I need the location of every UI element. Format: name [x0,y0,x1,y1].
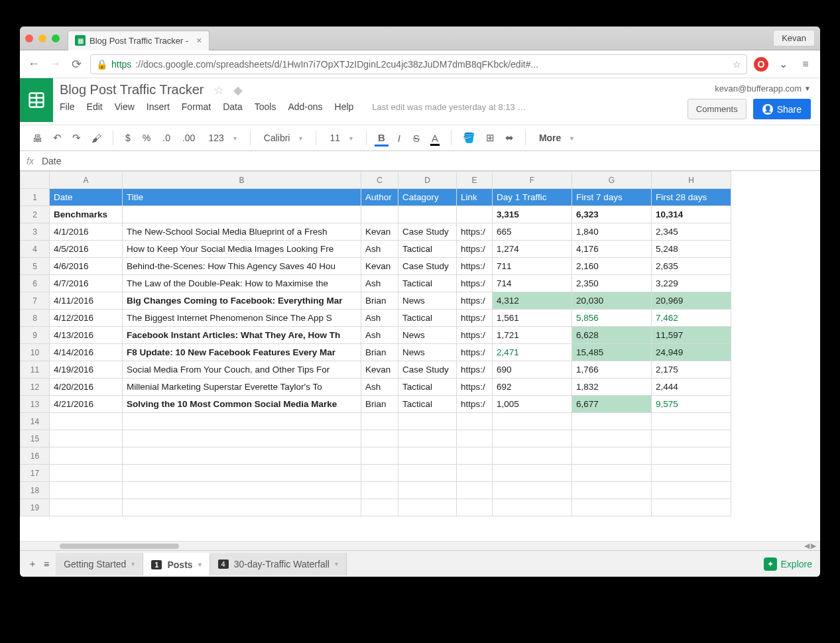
cell[interactable]: Kevan [361,258,398,275]
cell[interactable]: 4/1/2016 [50,223,123,241]
address-bar[interactable]: 🔒 https://docs.google.com/spreadsheets/d… [90,54,747,74]
cell[interactable]: Tactical [398,396,457,413]
cell[interactable] [361,413,398,430]
scroll-left-icon[interactable]: ◀ [804,542,810,550]
row-header[interactable]: 9 [21,327,50,344]
cell[interactable]: 20,030 [572,292,652,310]
cell[interactable]: 6,628 [572,327,652,344]
scroll-right-icon[interactable]: ▶ [811,542,816,550]
cell[interactable]: Kevan [361,223,398,241]
maximize-window-icon[interactable] [52,34,60,42]
reload-button[interactable]: ⟳ [69,57,84,72]
cell[interactable]: 2,160 [572,258,652,275]
header-cell[interactable]: First 28 days [652,189,731,206]
cell[interactable] [361,447,398,465]
cell[interactable]: 6,677 [572,396,652,413]
strikethrough-button[interactable]: S [410,130,423,146]
cell[interactable]: F8 Update: 10 New Facebook Features Ever… [123,344,361,361]
cell[interactable] [398,206,457,223]
menu-data[interactable]: Data [223,101,243,112]
cell[interactable]: 2,175 [652,361,731,379]
cell[interactable] [493,413,572,430]
cell[interactable]: 10,314 [652,206,731,223]
bookmark-star-icon[interactable]: ☆ [733,59,741,70]
cell[interactable] [50,465,123,482]
print-icon[interactable]: 🖶 [29,130,46,146]
cell[interactable]: 11,597 [652,327,731,344]
cell[interactable]: 1,832 [572,379,652,396]
cell[interactable]: The New-School Social Media Blueprint of… [123,223,361,241]
row-header[interactable]: 13 [21,396,50,413]
cell[interactable] [361,465,398,482]
format-percent[interactable]: % [139,130,154,146]
undo-icon[interactable]: ↶ [50,129,65,146]
cell[interactable]: 4/21/2016 [50,396,123,413]
cell[interactable] [493,447,572,465]
cell[interactable] [572,499,652,516]
cell[interactable] [123,430,361,447]
cell[interactable]: 2,345 [652,223,731,241]
cell[interactable]: Benchmarks [50,206,123,223]
cell[interactable] [457,482,493,499]
spreadsheet-grid[interactable]: ABCDEFGH1DateTitleAuthorCatagoryLinkDay … [20,171,820,541]
row-header[interactable]: 14 [21,413,50,430]
cell[interactable] [50,430,123,447]
header-cell[interactable]: Catagory [398,189,457,206]
row-header[interactable]: 19 [21,499,50,516]
cell[interactable] [493,499,572,516]
increase-decimal[interactable]: .00 [178,130,199,146]
menu-format[interactable]: Format [182,101,211,112]
col-header-G[interactable]: G [572,172,652,189]
cell[interactable]: 4/20/2016 [50,379,123,396]
cell[interactable]: Ash [361,275,398,292]
cell[interactable]: https:/ [457,292,493,310]
cell[interactable] [361,482,398,499]
back-button[interactable]: ← [27,57,41,71]
cell[interactable]: 4/12/2016 [50,310,123,327]
browser-tab[interactable]: ▦ Blog Post Traffic Tracker - × [68,30,210,50]
row-header[interactable]: 18 [21,482,50,499]
cell[interactable]: 3,229 [652,275,731,292]
cell[interactable]: Brian [361,344,398,361]
col-header-C[interactable]: C [361,172,398,189]
move-to-drive-icon[interactable]: ◆ [233,83,243,97]
borders-button[interactable]: ⊞ [483,129,498,146]
bold-button[interactable]: B [375,129,389,146]
col-header-B[interactable]: B [123,172,361,189]
cell[interactable]: https:/ [457,344,493,361]
col-header-F[interactable]: F [493,172,572,189]
cell[interactable]: Case Study [398,258,457,275]
cell[interactable] [493,482,572,499]
font-family-dropdown[interactable]: Calibri▾ [259,130,308,146]
cell[interactable]: https:/ [457,258,493,275]
cell[interactable]: The Biggest Internet Phenomenon Since Th… [123,310,361,327]
cell[interactable]: Ash [361,379,398,396]
row-header[interactable]: 4 [21,241,50,258]
cell[interactable]: 9,575 [652,396,731,413]
cell[interactable]: 3,315 [493,206,572,223]
account-email[interactable]: kevan@bufferapp.com▼ [715,84,811,93]
row-header[interactable]: 16 [21,447,50,465]
col-header-A[interactable]: A [50,172,123,189]
cell[interactable]: Ash [361,241,398,258]
col-header-H[interactable]: H [652,172,731,189]
menu-file[interactable]: File [60,101,75,112]
cell[interactable] [50,499,123,516]
sheet-tab[interactable]: Getting Started▾ [56,553,143,575]
merge-cells-button[interactable]: ⬌ [502,129,517,146]
add-sheet-icon[interactable]: ＋ [28,558,37,570]
text-color-button[interactable]: A [427,130,443,146]
menu-edit[interactable]: Edit [87,101,103,112]
chrome-profile-button[interactable]: Kevan [773,30,815,46]
cell[interactable] [572,465,652,482]
cell[interactable]: 6,323 [572,206,652,223]
all-sheets-icon[interactable]: ≡ [44,559,49,569]
font-size-dropdown[interactable]: 11▾ [324,130,358,146]
cell[interactable] [457,413,493,430]
cell[interactable]: https:/ [457,361,493,379]
cell[interactable] [572,430,652,447]
cell[interactable] [652,482,731,499]
cell[interactable]: Behind-the-Scenes: How This Agency Saves… [123,258,361,275]
pocket-extension-icon[interactable]: ⌄ [775,56,791,72]
sheet-tab[interactable]: 1Posts▾ [143,553,210,575]
